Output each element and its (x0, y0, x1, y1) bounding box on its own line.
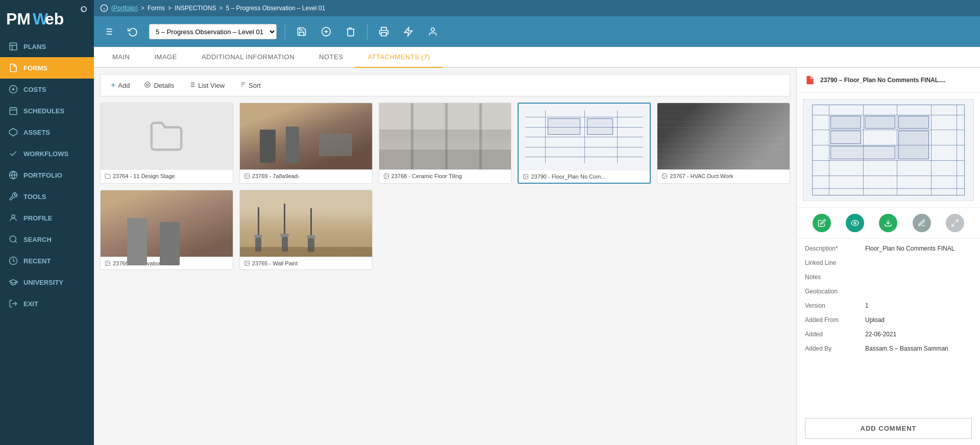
svg-marker-15 (10, 129, 17, 136)
field-added-by: Added By Bassam.S – Bassam Samman (805, 345, 972, 352)
add-attachment-button[interactable]: + Add (107, 79, 134, 92)
save-button[interactable] (293, 24, 310, 39)
field-geolocation: Geolocation (805, 288, 972, 295)
sidebar-item-portfolio[interactable]: PORTFOLIO (0, 164, 94, 186)
image-icon-6 (244, 260, 250, 266)
tab-main[interactable]: MAIN (100, 47, 142, 68)
download-action-button[interactable] (879, 214, 897, 232)
list-view-gallery-button[interactable]: List View (184, 79, 229, 92)
sidebar-item-assets[interactable]: ASSETS (0, 121, 94, 143)
gallery-grid: 23764 - 11 Design Stage 23769 - (100, 103, 790, 270)
tab-image[interactable]: IMAGE (142, 47, 189, 68)
svg-point-58 (854, 222, 856, 224)
svg-line-60 (956, 220, 959, 222)
detail-preview (797, 93, 980, 208)
tab-attachments[interactable]: ATTACHMENTS (7) (355, 47, 443, 68)
sidebar: PM W eb i PLANS FORMS COSTS (0, 0, 94, 445)
svg-point-19 (10, 236, 16, 242)
annotate-action-button[interactable] (913, 214, 931, 232)
sidebar-item-workflows[interactable]: WORKFLOWS (0, 143, 94, 164)
gallery-item-23768[interactable]: 23768 - Ceramic Floor Tiling (379, 103, 512, 184)
added-from-value: Upload (865, 316, 972, 324)
sidebar-item-university[interactable]: UNIVERSITY (0, 271, 94, 293)
sidebar-item-exit[interactable]: EXIT (0, 293, 94, 314)
preview-image (803, 99, 974, 201)
portfolio-breadcrumb-link[interactable]: (Portfolio) (111, 5, 138, 12)
sidebar-item-costs[interactable]: COSTS (0, 79, 94, 100)
caption-23765: 23765 - Wall Paint (240, 257, 372, 269)
user-button[interactable] (425, 24, 441, 39)
image-icon-2 (383, 173, 389, 179)
profile-icon (8, 213, 18, 223)
svg-rect-11 (10, 108, 17, 115)
workflow-button[interactable] (400, 24, 416, 39)
topbar: (Portfolio) > Forms > INSPECTIONS > 5 – … (94, 0, 980, 16)
svg-text:eb: eb (45, 10, 64, 28)
content-area: + Add Details List View (94, 68, 980, 445)
gallery-item-23769[interactable]: 23769 - 7a8a9ead- (239, 103, 373, 184)
tab-notes[interactable]: NOTES (307, 47, 355, 68)
delete-button[interactable] (342, 24, 359, 39)
assets-icon (8, 127, 18, 137)
sidebar-item-exit-label: EXIT (23, 300, 38, 308)
info-icon (100, 4, 108, 12)
gallery-item-23766[interactable]: 23766 - Renovation (100, 190, 233, 270)
toolbar-divider-2 (367, 24, 368, 39)
sidebar-item-plans[interactable]: PLANS (0, 36, 94, 57)
sidebar-item-tools-label: TOOLS (23, 193, 46, 201)
details-button[interactable]: Details (140, 79, 178, 92)
print-button[interactable] (376, 24, 392, 39)
breadcrumb-forms: Forms (148, 5, 165, 12)
breadcrumb-sep2: > (168, 5, 172, 12)
svg-rect-5 (10, 43, 17, 50)
sidebar-item-search[interactable]: SEARCH (0, 229, 94, 250)
gallery-toolbar: + Add Details List View (100, 74, 790, 96)
gallery-item-23767[interactable]: 23767 - HVAC Duct Work (657, 103, 790, 184)
tab-additional[interactable]: ADDITIONAL INFORMATION (189, 47, 307, 68)
svg-point-55 (107, 262, 108, 263)
view-action-button[interactable] (846, 214, 864, 232)
thumb-23790 (519, 104, 650, 170)
svg-point-47 (246, 175, 247, 176)
svg-point-51 (525, 176, 526, 177)
notes-label: Notes (805, 274, 861, 281)
svg-point-39 (145, 82, 151, 87)
breadcrumb-inspections: INSPECTIONS (175, 5, 216, 12)
thumb-23765 (240, 190, 372, 257)
add-button[interactable] (318, 24, 334, 39)
sort-button[interactable]: Sort (235, 79, 265, 92)
detail-panel: 23790 – Floor_Plan No Comments FINAL.... (796, 68, 980, 445)
svg-marker-36 (405, 28, 412, 36)
sidebar-item-schedules[interactable]: SCHEDULES (0, 100, 94, 121)
breadcrumb-sep1: > (141, 5, 144, 12)
portfolio-icon (8, 170, 18, 180)
edit-action-button[interactable] (813, 214, 831, 232)
add-comment-button[interactable]: ADD COMMENT (805, 418, 972, 439)
svg-point-57 (246, 262, 247, 263)
svg-point-38 (147, 84, 149, 86)
sidebar-item-university-label: UNIVERSITY (23, 279, 63, 286)
svg-text:PM: PM (6, 10, 31, 28)
image-icon-5 (105, 260, 111, 266)
sidebar-item-tools[interactable]: TOOLS (0, 186, 94, 207)
gallery-item-23764[interactable]: 23764 - 11 Design Stage (100, 103, 233, 184)
list-view-button[interactable] (100, 24, 116, 39)
gallery-item-23790[interactable]: ✓ (518, 103, 651, 184)
sidebar-item-forms-label: FORMS (23, 64, 47, 72)
exit-icon (8, 299, 18, 309)
sidebar-item-forms[interactable]: FORMS (0, 57, 94, 79)
sidebar-item-recent[interactable]: RECENT (0, 250, 94, 271)
record-selector[interactable]: 5 – Progress Observation – Level 01 (149, 24, 277, 39)
added-by-label: Added By (805, 345, 861, 352)
sidebar-item-assets-label: ASSETS (23, 129, 50, 136)
plans-icon (8, 41, 18, 52)
history-button[interactable] (125, 24, 141, 39)
expand-action-button[interactable] (946, 214, 964, 232)
field-notes: Notes (805, 274, 972, 281)
sidebar-item-profile[interactable]: PROFILE (0, 207, 94, 229)
sidebar-item-profile-label: PROFILE (23, 214, 52, 222)
forms-icon (8, 63, 18, 73)
sidebar-nav: PLANS FORMS COSTS SCHEDULES ASSETS (0, 36, 94, 445)
gallery-item-23765[interactable]: 23765 - Wall Paint (239, 190, 373, 270)
svg-line-20 (15, 241, 16, 242)
